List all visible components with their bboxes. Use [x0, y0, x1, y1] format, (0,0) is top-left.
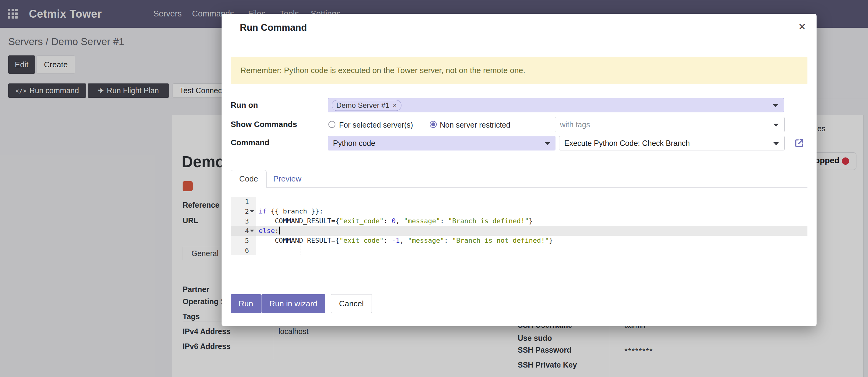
code-editor[interactable]: 12if {{ branch }}:3 COMMAND_RESULT={"exi… [231, 197, 807, 265]
screen: Cetmix Tower Servers Commands Files Tool… [0, 0, 868, 377]
run-in-wizard-button[interactable]: Run in wizard [261, 294, 326, 313]
tab-preview[interactable]: Preview [267, 170, 307, 187]
code-editor-rows: 12if {{ branch }}:3 COMMAND_RESULT={"exi… [231, 197, 807, 255]
chevron-down-icon [773, 142, 779, 145]
tabs-divider [231, 187, 807, 187]
fold-caret-spacer [249, 219, 254, 223]
run-button[interactable]: Run [231, 294, 261, 313]
radio-for-selected-servers[interactable] [329, 121, 335, 128]
radio-for-selected-servers-label[interactable]: For selected server(s) [339, 121, 413, 129]
editor-gutter-cell[interactable]: 2 [231, 206, 256, 216]
text-cursor [279, 227, 280, 234]
show-commands-label: Show Commands [231, 120, 297, 129]
editor-code-cell[interactable]: else: [256, 226, 807, 236]
close-icon[interactable]: × [799, 21, 806, 33]
command-select[interactable]: Execute Python Code: Check Branch [559, 136, 785, 150]
editor-line[interactable]: 2if {{ branch }}: [231, 206, 807, 216]
editor-line[interactable]: 5 COMMAND_RESULT={"exit_code": -1, "mess… [231, 236, 807, 245]
editor-code-cell[interactable]: if {{ branch }}: [256, 206, 807, 216]
radio-non-server-restricted[interactable] [430, 121, 437, 128]
fold-caret-icon[interactable] [249, 209, 254, 213]
editor-code-cell[interactable] [256, 245, 807, 255]
command-label: Command [231, 138, 269, 147]
modal-title: Run Command [240, 22, 307, 33]
server-chip[interactable]: Demo Server #1 ✕ [332, 100, 401, 111]
editor-line[interactable]: 4else: [231, 226, 807, 236]
run-on-label: Run on [231, 100, 258, 110]
chevron-down-icon [773, 124, 779, 127]
editor-gutter-cell[interactable]: 5 [231, 236, 256, 245]
warning-alert: Remember: Python code is executed on the… [231, 57, 807, 84]
editor-line[interactable]: 6 [231, 245, 807, 255]
fold-caret-spacer [249, 200, 254, 203]
radio-non-server-restricted-label[interactable]: Non server restricted [440, 121, 510, 129]
fold-caret-icon[interactable] [249, 229, 254, 233]
chevron-down-icon [545, 142, 550, 145]
run-command-modal: Run Command × Remember: Python code is e… [222, 14, 816, 326]
indent-guide [284, 245, 284, 255]
external-link-icon[interactable] [794, 138, 805, 149]
remove-chip-icon[interactable]: ✕ [393, 102, 397, 109]
tags-select[interactable]: with tags [555, 117, 785, 132]
cancel-button[interactable]: Cancel [331, 294, 372, 313]
editor-gutter-cell[interactable]: 6 [231, 245, 256, 255]
editor-gutter-cell[interactable]: 3 [231, 216, 256, 226]
fold-caret-spacer [249, 239, 254, 242]
chevron-down-icon [773, 104, 778, 107]
editor-gutter-cell[interactable]: 4 [231, 226, 256, 236]
command-type-select[interactable]: Python code [328, 136, 555, 150]
editor-gutter-cell[interactable]: 1 [231, 197, 256, 206]
editor-code-cell[interactable] [256, 197, 807, 206]
editor-code-cell[interactable]: COMMAND_RESULT={"exit_code": -1, "messag… [256, 236, 807, 245]
run-on-field[interactable]: Demo Server #1 ✕ [328, 98, 784, 112]
editor-line[interactable]: 3 COMMAND_RESULT={"exit_code": 0, "messa… [231, 216, 807, 226]
editor-line[interactable]: 1 [231, 197, 807, 206]
fold-caret-spacer [249, 249, 254, 252]
editor-code-cell[interactable]: COMMAND_RESULT={"exit_code": 0, "message… [256, 216, 807, 226]
tab-code[interactable]: Code [231, 170, 267, 187]
